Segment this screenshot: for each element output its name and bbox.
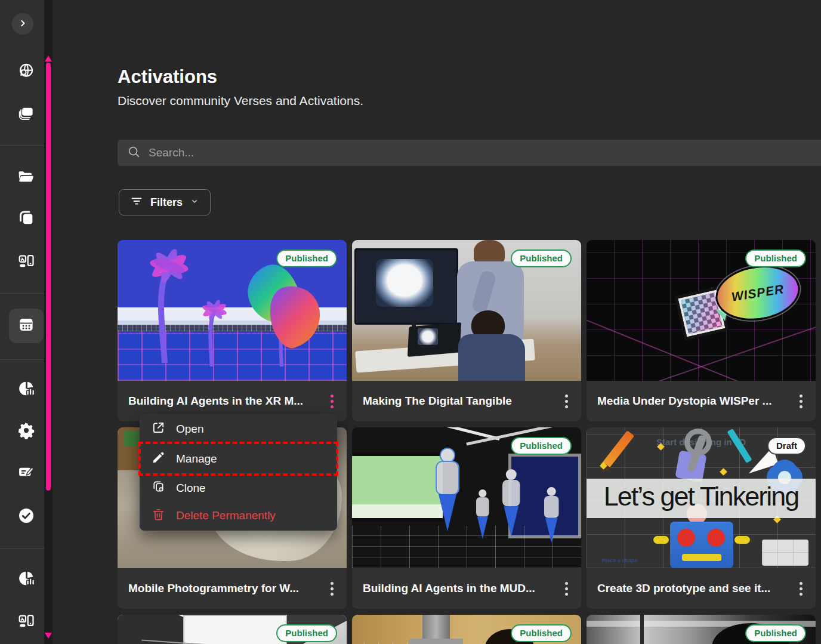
card-footer: Building AI Agents in the MUD... [352,568,581,609]
search-bar[interactable] [118,140,821,166]
status-badge: Published [745,624,806,642]
main-content: Activations Discover community Verses an… [53,0,821,644]
filters-button[interactable]: Filters [119,189,211,215]
sidebar-item-approvals[interactable] [13,503,40,531]
note-edit-icon [17,463,35,483]
tinkering-headline: Let’s get Tinkering [587,481,816,512]
calendar-icon [17,316,35,336]
card-title: Media Under Dystopia WISPer ... [597,395,771,408]
card-menu-button[interactable] [560,390,573,413]
pencil-icon [152,451,165,467]
sidebar-divider [0,548,44,549]
search-icon [127,145,140,161]
card-menu-button[interactable] [795,577,807,600]
card-menu-button[interactable] [795,390,807,413]
card-footer: Making The Digital Tangible [352,381,581,421]
card-footer: Mobile Photogrammetry for W... [118,568,347,609]
status-badge: Published [745,249,806,267]
folder-open-icon [17,168,35,188]
app-window: Activations Discover community Verses an… [0,0,821,644]
menu-item-label: Manage [176,452,217,466]
check-circle-icon [17,507,35,527]
analytics-icon [17,380,35,400]
status-badge: Published [276,249,337,267]
menu-item-delete-permanently[interactable]: Delete Permanently [140,502,337,529]
sidebar-divider [0,293,44,294]
card-thumbnail: Published [352,615,581,644]
sidebar-item-files[interactable] [13,164,40,192]
card-create-3d-prototype[interactable]: Start designing in 3D Let’s get Tinkerin… [587,427,816,609]
card-thumbnail: Published [352,240,581,381]
status-badge: Draft [767,437,806,455]
card-menu-button[interactable] [560,577,573,600]
card-title: Making The Digital Tangible [363,395,512,408]
sidebar-item-notes[interactable] [13,459,40,486]
card-footer: Media Under Dystopia WISPer ... [587,381,816,421]
scrollbar-up-arrow-icon[interactable] [45,56,52,61]
sidebar-item-media[interactable] [13,249,40,276]
sidebar-divider [0,359,44,360]
menu-item-label: Clone [176,482,206,495]
open-external-icon [152,421,165,437]
card-thumbnail: Published [118,615,347,644]
filter-icon [130,195,143,211]
status-badge: Published [511,249,572,267]
page-title: Activations [118,66,217,88]
globe-search-icon [17,62,35,82]
status-badge: Published [276,624,337,642]
card-title: Building AI Agents in the XR M... [128,395,303,408]
card-building-ai-agents-xr[interactable]: Published Building AI Agents in the XR M… [118,240,347,421]
robot-art [670,522,733,568]
card-title: Building AI Agents in the MUD... [363,582,535,595]
sidebar-item-analytics[interactable] [13,376,40,403]
trash-icon [152,507,165,524]
card-thumbnail: Published [352,427,581,568]
sidebar-item-activations[interactable] [13,312,40,340]
layers-icon [17,104,35,125]
sidebar-scrollbar-thumb[interactable] [46,63,51,491]
card-context-menu: Open Manage Clone Delete Permanently [140,414,337,531]
sidebar-item-gallery[interactable] [13,609,40,636]
settings-gear-icon [17,421,35,442]
clone-icon [152,480,165,497]
card-title: Mobile Photogrammetry for W... [128,582,299,595]
card-footer: Create 3D prototype and see it... [587,568,816,609]
menu-item-manage[interactable]: Manage [140,443,337,474]
card-menu-button[interactable] [326,577,338,600]
card-row3-middle[interactable]: Published [352,615,581,644]
sidebar-item-reports[interactable] [13,566,40,593]
card-title: Create 3D prototype and see it... [597,582,770,595]
scrollbar-down-arrow-icon[interactable] [45,633,52,639]
card-media-under-dystopia[interactable]: WISPER Published Media Under Dystopia WI… [587,240,816,421]
menu-item-open[interactable]: Open [140,415,337,443]
search-input[interactable] [147,146,821,160]
filters-label: Filters [150,196,183,209]
menu-item-label: Delete Permanently [176,509,276,522]
card-making-digital-tangible[interactable]: Published Making The Digital Tangible [352,240,581,421]
menu-item-label: Open [176,423,203,436]
card-thumbnail: Published [118,240,347,381]
card-building-ai-agents-mud[interactable]: Published Building AI Agents in the MUD.… [352,427,581,609]
sidebar-item-templates[interactable] [13,205,40,233]
card-menu-button[interactable] [326,390,338,413]
layout-icon [17,612,35,633]
layout-icon [17,252,35,273]
menu-item-clone[interactable]: Clone [140,474,337,502]
analytics-icon [17,569,35,590]
sidebar [0,0,44,644]
card-row3-right[interactable]: Published [587,615,816,644]
sidebar-item-settings[interactable] [13,418,40,445]
card-thumbnail: Published [587,615,816,644]
sidebar-item-discover[interactable] [13,58,40,86]
status-badge: Published [511,624,572,642]
card-row3-left[interactable]: Published [118,615,347,644]
card-thumbnail: WISPER Published [587,240,816,381]
sidebar-divider [0,145,44,146]
sidebar-expand-button[interactable] [12,13,33,35]
card-thumbnail: Start designing in 3D Let’s get Tinkerin… [587,427,816,568]
chevron-down-icon [190,196,199,209]
sidebar-item-collections[interactable] [13,101,40,128]
page-subtitle: Discover community Verses and Activation… [118,94,363,108]
copy-icon [17,209,35,229]
status-badge: Published [511,437,572,455]
